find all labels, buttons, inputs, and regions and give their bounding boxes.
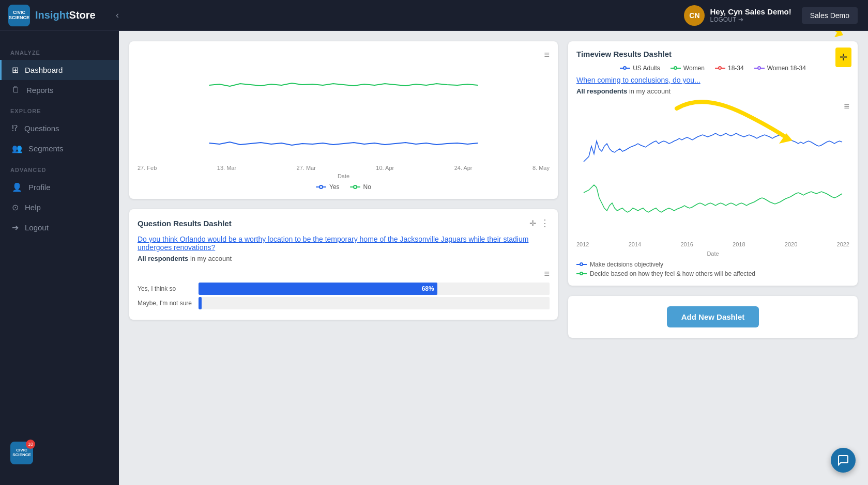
sidebar-item-dashboard[interactable]: ⊞ Dashboard [0, 60, 119, 80]
bar-label-maybe: Maybe, I'm not sure [138, 300, 194, 307]
bar-row-maybe: Maybe, I'm not sure [138, 297, 550, 309]
add-dashlet-card: Add New Dashlet [568, 296, 858, 338]
bar-container-yes: 68% [199, 283, 550, 295]
sidebar-item-logout[interactable]: ➔ Logout [0, 217, 119, 238]
civic-logo-text: CIVICSCIENCE [9, 10, 29, 21]
bar-fill-yes: 68% [199, 283, 437, 295]
timeview-question-link[interactable]: When coming to conclusions, do you... [576, 76, 849, 84]
advanced-section-label: ADVANCED [0, 159, 119, 177]
arrow-annotation [708, 31, 852, 52]
date-label-4: 10. Apr [376, 165, 394, 171]
timeview-subtitle: All respondents in my account [576, 87, 849, 95]
timeview-legend: Make decisions objectively Decide based … [576, 261, 849, 277]
top-line-chart [138, 65, 550, 106]
sidebar: ANALYZE ⊞ Dashboard 🗒 Reports EXPLORE ⁉ … [0, 31, 119, 485]
sidebar-item-label-help: Help [25, 203, 41, 212]
analyze-section-label: ANALYZE [0, 41, 119, 60]
legend-decide-feel: Decide based on how they feel & how othe… [576, 270, 849, 277]
question-subtitle: All respondents in my account [138, 255, 550, 262]
bar-label-yes: Yes, I think so [138, 285, 194, 292]
timeview-upper-chart [576, 115, 849, 177]
timeview-move-icon-highlighted[interactable]: ✛ [835, 48, 851, 67]
sidebar-item-help[interactable]: ⊙ Help [0, 197, 119, 217]
sidebar-item-questions[interactable]: ⁉ Questions [0, 118, 119, 138]
civic-logo: CIVICSCIENCE [8, 5, 30, 26]
timeview-subtitle-suffix: in my account [629, 87, 671, 95]
sidebar-item-reports[interactable]: 🗒 Reports [0, 80, 119, 100]
date-label-1: 27. Feb [138, 165, 157, 171]
timeview-top-legend: US Adults Women 18-34 [576, 65, 849, 72]
date-label-6: 8. May [532, 165, 550, 171]
dashboard-icon: ⊞ [12, 65, 19, 75]
sales-demo-badge: Sales Demo [802, 7, 858, 24]
legend-yes: Yes [316, 183, 340, 191]
user-greeting: Hey, Cyn Sales Demo! [710, 7, 791, 16]
bottom-line-chart [138, 121, 550, 163]
app-title: InsightStore [35, 9, 96, 21]
add-new-dashlet-button[interactable]: Add New Dashlet [667, 306, 759, 327]
question-dashlet-header: Question Results Dashlet ✛ ⋮ [138, 217, 550, 229]
sidebar-item-label-reports: Reports [26, 86, 54, 95]
question-move-icon[interactable]: ✛ [529, 218, 536, 228]
timeview-title: Timeview Results Dashlet [576, 50, 672, 58]
bar-container-maybe [199, 297, 550, 309]
legend-make-decisions: Make decisions objectively [576, 261, 849, 268]
question-dashlet-controls: ✛ ⋮ [529, 217, 550, 229]
time-x-2020: 2020 [785, 241, 797, 247]
date-label-2: 13. Mar [217, 165, 236, 171]
main-content: ≡ 27. Feb 13. Mar 27. Mar 10. Apr 24. [119, 31, 868, 485]
sidebar-item-segments[interactable]: 👥 Segments [0, 138, 119, 159]
legend-label-feel: Decide based on how they feel & how othe… [590, 270, 755, 277]
bar-row-yes: Yes, I think so 68% [138, 283, 550, 295]
right-column: ✛ Timeview Results Dashlet US Adults [568, 41, 858, 475]
date-label-5: 24. Apr [454, 165, 473, 171]
time-x-2014: 2014 [629, 241, 641, 247]
question-link[interactable]: Do you think Orlando would be a worthy l… [138, 235, 550, 252]
segments-icon: 👥 [12, 144, 22, 153]
sidebar-item-label-profile: Profile [28, 183, 51, 192]
time-x-2022: 2022 [837, 241, 849, 247]
legend-women-18-34: Women 18-34 [754, 65, 806, 72]
legend-us-adults: US Adults [620, 65, 660, 72]
header-right: CN Hey, Cyn Sales Demo! LOGOUT ➔ Sales D… [684, 5, 858, 26]
explore-section-label: EXPLORE [0, 100, 119, 118]
question-subtitle-suffix: in my account [190, 255, 232, 262]
legend-women: Women [671, 65, 705, 72]
questions-icon: ⁉ [12, 123, 18, 133]
left-column: ≡ 27. Feb 13. Mar 27. Mar 10. Apr 24. [129, 41, 558, 475]
header-logo-area: CIVICSCIENCE InsightStore ‹ [0, 5, 119, 26]
timeview-chart-menu[interactable]: ≡ [844, 101, 849, 112]
sidebar-item-label-logout: Logout [25, 223, 49, 232]
time-x-2016: 2016 [680, 241, 693, 247]
question-menu-dots[interactable]: ⋮ [540, 217, 550, 229]
main-layout: ANALYZE ⊞ Dashboard 🗒 Reports EXPLORE ⁉ … [0, 31, 868, 485]
date-label-3: 27. Mar [297, 165, 316, 171]
notification-badge: 10 [26, 440, 35, 449]
timeview-lower-chart [576, 177, 849, 239]
app-header: CIVICSCIENCE InsightStore ‹ CN Hey, Cyn … [0, 0, 868, 31]
collapse-sidebar-button[interactable]: ‹ [116, 10, 119, 21]
user-info: CN Hey, Cyn Sales Demo! LOGOUT ➔ [684, 5, 791, 26]
user-avatar: CN [684, 5, 705, 26]
sidebar-item-profile[interactable]: 👤 Profile [0, 177, 119, 197]
chat-button[interactable] [831, 448, 856, 473]
timeview-respondents: All respondents [576, 87, 627, 95]
logout-link[interactable]: LOGOUT ➔ [710, 16, 791, 23]
chart-legend: Yes No [138, 183, 550, 191]
timeview-header: Timeview Results Dashlet [576, 50, 849, 58]
x-axis-label: Date [138, 173, 550, 179]
bar-chart-menu[interactable]: ≡ [544, 269, 550, 279]
legend-18-34: 18-34 [715, 65, 744, 72]
question-respondents: All respondents [138, 255, 188, 262]
reports-icon: 🗒 [12, 85, 20, 95]
sidebar-bottom: CIVICSCIENCE 10 [0, 431, 119, 475]
sidebar-item-label-dashboard: Dashboard [25, 66, 63, 74]
top-chart-menu[interactable]: ≡ [544, 50, 550, 60]
question-dashlet-title: Question Results Dashlet [138, 219, 232, 228]
bar-pct-yes: 68% [422, 285, 434, 292]
time-x-2018: 2018 [733, 241, 745, 247]
svg-marker-0 [834, 31, 843, 37]
profile-icon: 👤 [12, 182, 22, 192]
logout-icon: ➔ [12, 223, 19, 232]
timeview-move-highlighted-container: ✛ [835, 48, 851, 67]
